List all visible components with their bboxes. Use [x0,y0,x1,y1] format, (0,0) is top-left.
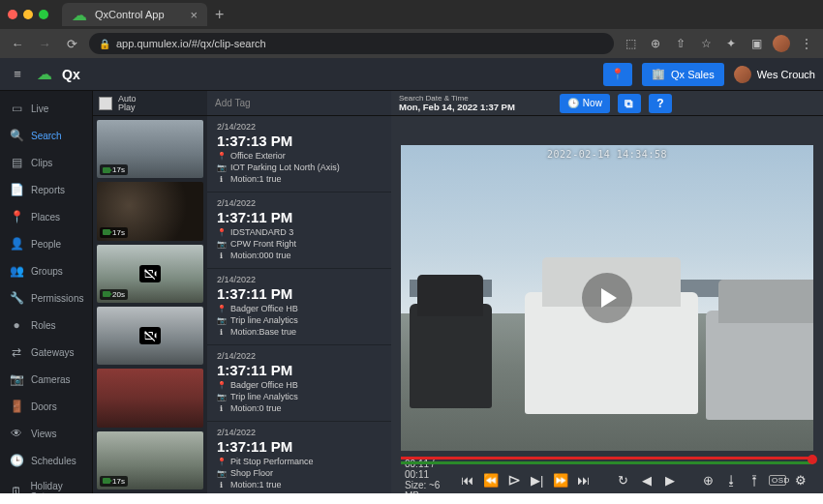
clip-list-item[interactable]: 2/14/20221:37:11 PM📍Badger Office HB📷Tri… [207,345,391,422]
share-icon[interactable]: ⇧ [672,35,689,52]
skip-end-icon[interactable]: ⏭ [575,473,593,488]
nav-back-icon[interactable]: ← [8,37,27,51]
building-icon: 🏢 [652,68,665,80]
sidebar-item-permissions[interactable]: 🔧Permissions [0,284,92,311]
header-pin-button[interactable]: 📍 [603,63,632,86]
user-menu[interactable]: Wes Crouch [734,66,815,83]
clip-thumbnail[interactable]: 17s [97,182,203,240]
sidebar-item-people[interactable]: 👤People [0,230,92,257]
new-tab-button[interactable]: + [215,6,224,23]
browser-tab[interactable]: ☁ QxControl App × [62,3,207,26]
sidebar-item-label: People [31,239,61,250]
sidebar-item-reports[interactable]: 📄Reports [0,176,92,203]
clip-list-item[interactable]: 2/14/20221:37:11 PM📍IDSTANDARD 3📷CPW Fro… [207,193,391,269]
sidebar-item-label: Holiday Sets [30,481,82,493]
clip-location: 📍Badger Office HB [217,304,381,313]
sidebar-item-search[interactable]: 🔍Search [0,122,92,149]
maximize-window[interactable] [39,10,48,19]
play-icon[interactable]: ⊳ [505,470,523,490]
close-tab-icon[interactable]: × [190,8,198,22]
search-date-box[interactable]: Search Date & Time Mon, Feb 14, 2022 1:3… [399,95,515,112]
sidebar-icon: 👁 [10,427,23,440]
frame-fwd-icon[interactable]: ▶ [661,473,679,488]
thumb-duration-badge: 17s [100,164,128,175]
sidebar-item-groups[interactable]: 👥Groups [0,257,92,284]
sidebar-item-gateways[interactable]: ⇄Gateways [0,339,92,366]
clip-thumbnail[interactable] [97,307,203,365]
extensions-icon[interactable]: ✦ [722,35,740,52]
camera-icon: 📷 [217,316,226,325]
qx-sales-button[interactable]: 🏢 Qx Sales [642,63,724,86]
minimize-window[interactable] [23,10,33,19]
clip-thumbnail[interactable]: 17s [97,431,203,489]
browser-profile-avatar[interactable] [773,35,790,52]
thumb-list: 17s17s20s17s [93,116,207,493]
clip-meta: ℹMotion:0 true [217,403,381,413]
help-button[interactable]: ? [649,94,672,113]
sidebar-item-label: Reports [31,185,65,195]
osd-toggle[interactable]: OSD [769,475,786,486]
play-overlay-icon[interactable] [582,273,632,323]
clip-meta: ℹMotion:Base true [217,327,381,337]
clip-list-item[interactable]: 2/14/20221:37:11 PM📍Badger Office HB📷Tri… [207,269,391,345]
step-fwd-icon[interactable]: ▶| [529,473,546,488]
install-app-icon[interactable]: ⬚ [622,35,639,52]
upload-icon[interactable]: ⭱ [746,473,763,488]
camera-icon: 📷 [217,163,226,172]
browser-menu-icon[interactable]: ⋮ [798,35,815,52]
sidebar-icon: ⇄ [10,345,23,359]
record-icon [103,167,110,173]
url-text: app.qumulex.io/#/qx/clip-search [116,38,266,49]
search-date-value: Mon, Feb 14, 2022 1:37 PM [399,103,515,112]
right-pane: Search Date & Time Mon, Feb 14, 2022 1:3… [391,91,823,493]
clip-time: 1:37:11 PM [217,285,381,302]
scrub-bar[interactable] [401,455,813,466]
video-player[interactable]: 2022-02-14 14:34:58 [401,145,813,451]
zoom-icon[interactable]: ⊕ [647,35,664,52]
tab-title: QxControl App [95,9,165,20]
clip-list-item[interactable]: 2/14/20221:37:11 PM📍Pit Stop Performance… [207,422,391,493]
add-tag-input[interactable]: Add Tag [215,98,251,108]
download-icon[interactable]: ⭳ [722,473,740,488]
copy-button[interactable]: ⧉ [618,94,641,113]
sidepanel-icon[interactable]: ▣ [747,35,765,52]
sidebar-item-doors[interactable]: 🚪Doors [0,393,92,420]
pin-icon: 📍 [217,305,226,313]
camera-icon: 📷 [217,393,226,401]
select-all-checkbox[interactable] [99,97,112,110]
now-button[interactable]: 🕒 Now [560,94,610,113]
frame-back-icon[interactable]: ◀ [638,473,655,488]
sidebar-item-views[interactable]: 👁Views [0,420,92,447]
info-icon: ℹ [217,404,226,413]
clip-thumbnail[interactable]: 20s [97,245,203,303]
clip-time: 1:37:13 PM [217,133,381,149]
clip-date: 2/14/2022 [217,428,381,437]
hamburger-icon[interactable]: ≡ [8,67,27,81]
skip-start-icon[interactable]: ⏮ [459,473,476,488]
clip-list-item[interactable]: 2/14/20221:37:13 PM📍Office Exterior📷IOT … [207,116,391,193]
sidebar-item-places[interactable]: 📍Places [0,203,92,230]
url-bar[interactable]: 🔒 app.qumulex.io/#/qx/clip-search [89,33,614,54]
sidebar-item-live[interactable]: ▭Live [0,95,92,122]
bookmark-icon[interactable]: ☆ [697,35,715,52]
clip-camera: 📷Trip line Analytics [217,392,381,401]
close-window[interactable] [8,10,17,19]
sidebar-item-cameras[interactable]: 📷Cameras [0,366,92,393]
sidebar-item-roles[interactable]: ●Roles [0,311,92,339]
clip-thumbnail[interactable] [97,369,203,427]
fast-fwd-icon[interactable]: ⏩ [552,473,569,488]
nav-forward-icon[interactable]: → [35,37,54,51]
sidebar-item-schedules[interactable]: 🕒Schedules [0,447,92,474]
clip-thumbnail[interactable]: 17s [97,120,203,178]
scrub-knob[interactable] [808,455,817,464]
sidebar-item-clips[interactable]: ▤Clips [0,149,92,176]
gear-icon[interactable]: ⚙ [792,473,809,488]
rewind-icon[interactable]: ⏪ [482,473,500,488]
loop-icon[interactable]: ↻ [615,473,632,488]
zoom-in-icon[interactable]: ⊕ [699,473,716,488]
sidebar-item-holiday-sets[interactable]: 🗓Holiday Sets [0,474,92,493]
qx-sales-label: Qx Sales [671,69,715,80]
scene-car [706,311,813,421]
sidebar-item-label: Search [31,131,62,141]
nav-reload-icon[interactable]: ⟳ [62,37,81,51]
